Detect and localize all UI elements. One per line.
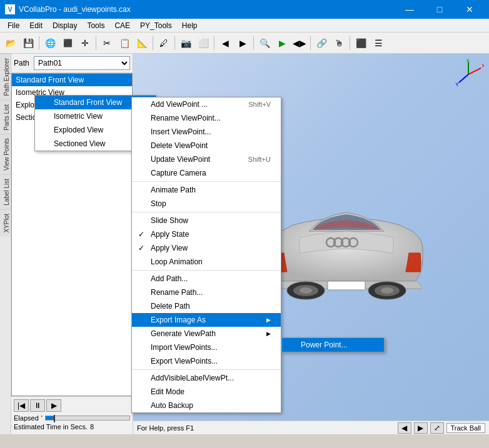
toolbar-sep-2 <box>96 36 96 50</box>
cm2-delete-viewpoint[interactable]: Delete ViewPoint <box>132 139 281 152</box>
close-button[interactable]: ✕ <box>455 0 484 19</box>
menu-bar: File Edit Display Tools CAE PY_Tools Hel… <box>0 19 489 32</box>
toolbar-annotate[interactable]: 🖊 <box>156 35 172 51</box>
elapsed-row: Elapsed ' <box>14 414 130 422</box>
cm2-edit-mode[interactable]: Edit Mode <box>132 385 281 399</box>
cm2-update-viewpoint-shortcut: Shift+U <box>236 156 271 163</box>
title-bar-left: V VCollabPro - audi_viewpoints.cax <box>5 4 131 14</box>
cm2-animate-path[interactable]: Animate Path <box>132 183 281 197</box>
cm2-auto-backup[interactable]: Auto Backup <box>132 399 281 412</box>
title-controls: — □ ✕ <box>395 0 484 19</box>
cm2-import-viewpoints[interactable]: Import ViewPoints... <box>132 341 281 354</box>
toolbar-fit[interactable]: ⬛ <box>59 35 76 51</box>
cm2-sep3 <box>132 270 281 271</box>
path-label: Path <box>14 59 31 67</box>
cm2-add-visible-label[interactable]: AddVisibleLabelViewPt... <box>132 371 281 385</box>
toolbar-cut[interactable]: ✂ <box>99 35 115 51</box>
toolbar-open[interactable]: 📂 <box>3 35 19 51</box>
vtab-xyplot[interactable]: XYPlot <box>0 209 11 237</box>
toolbar-sep-8 <box>350 36 350 50</box>
menu-display[interactable]: Display <box>48 19 82 32</box>
toolbar-sep-7 <box>310 36 311 50</box>
path-header: Path Path01 <box>11 54 133 73</box>
toolbar-extra2[interactable]: ☰ <box>370 35 386 51</box>
car-image <box>259 194 434 306</box>
transport-start[interactable]: |◀ <box>14 399 29 412</box>
toolbar-next[interactable]: ▶ <box>234 35 251 51</box>
cm2-rename-viewpoint[interactable]: Rename ViewPoint... <box>132 111 281 125</box>
cm2-apply-view[interactable]: Apply View <box>132 241 281 255</box>
vp-standard-front-view[interactable]: Standard Front View <box>12 74 132 86</box>
cm2-export-image-as[interactable]: Export Image As <box>132 313 281 327</box>
app-icon: V <box>5 4 15 14</box>
minimize-button[interactable]: — <box>395 0 424 19</box>
cm2-stop[interactable]: Stop <box>132 197 281 211</box>
status-bar-right: ◀ ▶ ⤢ Track Ball <box>398 422 486 434</box>
nav-next[interactable]: ▶ <box>414 422 428 434</box>
toolbar-globe[interactable]: 🌐 <box>42 35 58 51</box>
context-menu-main: Add ViewPoint ...Shift+V Rename ViewPoin… <box>131 97 281 413</box>
side-bottom: |◀ ⏸ ▶ Elapsed ' Estimated Time in Secs.… <box>11 396 133 434</box>
cm3-power-point[interactable]: Power Point... <box>282 338 384 352</box>
vtab-view-points[interactable]: View Points <box>0 134 11 174</box>
svg-point-12 <box>300 287 312 294</box>
toolbar-sep-6 <box>253 36 254 50</box>
cm2-slide-show[interactable]: Slide Show <box>132 214 281 227</box>
cm2-insert-viewpoint[interactable]: Insert ViewPoint... <box>132 125 281 139</box>
cm2-sep4 <box>132 369 281 370</box>
toolbar-play[interactable]: ▶ <box>274 35 290 51</box>
nav-prev[interactable]: ◀ <box>398 422 411 434</box>
cm2-sep2 <box>132 212 281 212</box>
elapsed-bar[interactable] <box>45 416 130 421</box>
toolbar-frame[interactable]: ⬜ <box>195 35 211 51</box>
transport-pause[interactable]: ⏸ <box>30 399 45 412</box>
elapsed-label: Elapsed <box>14 414 39 422</box>
path-select[interactable]: Path01 <box>34 56 130 70</box>
toolbar-sep-4 <box>174 36 175 50</box>
cm2-add-path[interactable]: Add Path... <box>132 272 281 286</box>
cm2-rename-path[interactable]: Rename Path... <box>132 286 281 299</box>
toolbar-link[interactable]: 🔗 <box>313 35 330 51</box>
vertical-tabs-panel: Path Explorer Parts List View Points Lab… <box>0 54 11 434</box>
menu-tools[interactable]: Tools <box>82 19 109 32</box>
toolbar-zoom[interactable]: 🔍 <box>256 35 273 51</box>
cm2-update-viewpoint[interactable]: Update ViewPointShift+U <box>132 152 281 166</box>
vtab-parts-list[interactable]: Parts List <box>0 100 11 134</box>
toolbar-prev[interactable]: ◀ <box>217 35 233 51</box>
svg-text:Y: Y <box>455 81 459 87</box>
cm2-delete-path[interactable]: Delete Path <box>132 299 281 313</box>
menu-edit[interactable]: Edit <box>24 19 48 32</box>
menu-py-tools[interactable]: PY_Tools <box>135 19 177 32</box>
help-text: For Help, press F1 <box>137 424 194 432</box>
menu-file[interactable]: File <box>3 19 24 32</box>
cm2-generate-viewpath[interactable]: Generate ViewPath <box>132 327 281 341</box>
cm2-export-viewpoints[interactable]: Export ViewPoints... <box>132 354 281 368</box>
toolbar-save[interactable]: 💾 <box>20 35 36 51</box>
menu-help[interactable]: Help <box>177 19 203 32</box>
toolbar-copy[interactable]: 📋 <box>116 35 133 51</box>
transport-bar: |◀ ⏸ ▶ <box>14 399 130 412</box>
toolbar-extra[interactable]: ⬛ <box>353 35 369 51</box>
menu-cae[interactable]: CAE <box>109 19 135 32</box>
cm2-add-viewpoint[interactable]: Add ViewPoint ...Shift+V <box>132 97 281 111</box>
cm2-apply-state[interactable]: Apply State <box>132 227 281 241</box>
toolbar-screenshot[interactable]: 📷 <box>178 35 194 51</box>
transport-play[interactable]: ▶ <box>46 399 61 412</box>
toolbar-measure[interactable]: 📐 <box>134 35 150 51</box>
elapsed-fill <box>46 416 54 420</box>
cm2-capture-camera[interactable]: Capture Camera <box>132 166 281 180</box>
vtab-label-list[interactable]: Label List <box>0 174 11 209</box>
toolbar-mouse[interactable]: 🖱 <box>331 35 347 51</box>
vtab-path-explorer[interactable]: Path Explorer <box>0 54 11 100</box>
toolbar-sep-1 <box>39 36 39 50</box>
toolbar-sep-3 <box>153 36 153 50</box>
toolbar-playback[interactable]: ◀▶ <box>291 35 308 51</box>
cm2-loop-animation[interactable]: Loop Animation <box>132 255 281 269</box>
cm2-apply-state-check <box>138 230 144 239</box>
title-text: VCollabPro - audi_viewpoints.cax <box>19 5 131 14</box>
context-menu-export-submenu: Power Point... <box>281 337 385 352</box>
maximize-button[interactable]: □ <box>425 0 454 19</box>
toolbar-sep-5 <box>214 36 214 50</box>
toolbar-crosshair[interactable]: ✛ <box>77 35 93 51</box>
nav-expand[interactable]: ⤢ <box>430 422 444 434</box>
